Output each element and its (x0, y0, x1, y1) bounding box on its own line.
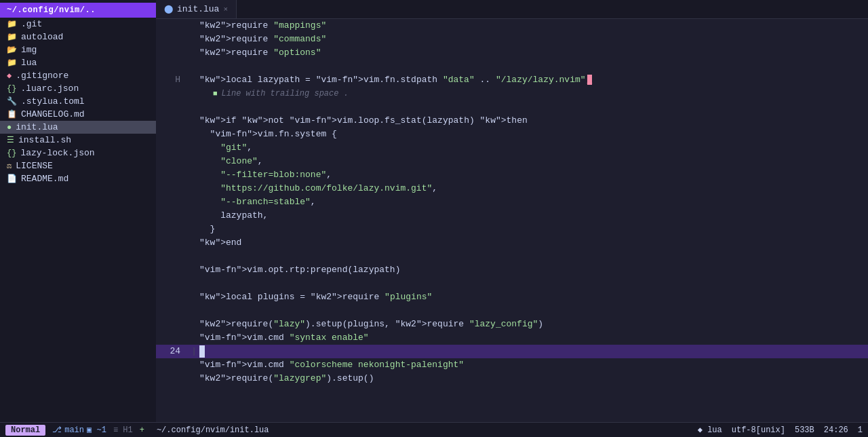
trailing-space-annotation: ■Line with trailing space . (213, 87, 857, 100)
line-content-2: "kw2">require "commands" (199, 33, 868, 46)
code-content: "kw2">require "mappings""kw2">require "c… (156, 19, 868, 422)
code-line-17 (156, 250, 868, 263)
luarc-icon: {} (7, 84, 16, 94)
tab-close-button[interactable]: × (223, 5, 228, 14)
tab-file-icon: ⬤ (164, 4, 173, 14)
stylua-icon: 🔧 (7, 96, 17, 107)
status-encoding: utf-8[unix] (732, 425, 785, 435)
code-line-10: "clone", (156, 155, 868, 168)
text-cursor (199, 345, 205, 358)
line-content-18: "vim-fn">vim.opt.rtp:prepend(lazypath) (199, 263, 868, 277)
tab-filename: init.lua (177, 4, 219, 14)
line-content-25: "vim-fn">vim.cmd "colorscheme nekonight-… (199, 358, 868, 372)
sidebar-item-gitignore[interactable]: ◆.gitignore (0, 69, 156, 82)
changelog-icon: 📋 (7, 109, 17, 119)
initlua-icon: ● (7, 123, 12, 132)
status-git: ⎇ main ▣ ~1 (52, 425, 106, 435)
luarc-label: .luarc.json (20, 83, 79, 94)
code-line-13: "--branch=stable", (156, 195, 868, 209)
git-box-icon: ▣ (87, 425, 92, 435)
status-scroll: 1 (858, 425, 863, 435)
status-filepath: ~/.config/nvim/init.lua (157, 425, 269, 435)
sidebar-item-installsh[interactable]: ☰install.sh (0, 134, 156, 147)
line-number-24: 24 (156, 345, 189, 358)
code-line-22: "kw2">require("lazy").setup(plugins, "kw… (156, 318, 868, 331)
line-content-13: "--branch=stable", (199, 195, 868, 209)
status-bar: Normal ⎇ main ▣ ~1 ≡ H1 + ~/.config/nvim… (0, 422, 868, 437)
changelog-label: CHANGELOG.md (21, 109, 85, 119)
code-line-5: H"kw">local lazypath = "vim-fn">vim.fn.s… (156, 73, 868, 100)
line-content-3: "kw2">require "options" (199, 46, 868, 60)
code-editor[interactable]: "kw2">require "mappings""kw2">require "c… (156, 19, 868, 422)
line-content-10: "clone", (199, 155, 868, 168)
code-line-6 (156, 100, 868, 114)
autoload-icon: 📁 (7, 32, 17, 42)
code-line-14: lazypath, (156, 209, 868, 223)
code-line-1: "kw2">require "mappings" (156, 19, 868, 33)
git-label: .git (21, 19, 42, 29)
status-plus: + (140, 425, 144, 435)
trailing-space-indicator: _ (587, 75, 593, 85)
sidebar-item-img[interactable]: 📂img (0, 43, 156, 56)
sidebar-item-readmemd[interactable]: 📄README.md (0, 172, 156, 185)
code-line-2: "kw2">require "commands" (156, 33, 868, 46)
sidebar-item-lua[interactable]: 📁lua (0, 56, 156, 69)
tab-bar: ⬤ init.lua × (156, 0, 868, 19)
sidebar-item-stylua[interactable]: 🔧.stylua.toml (0, 95, 156, 108)
code-line-3: "kw2">require "options" (156, 46, 868, 60)
readmemd-label: README.md (21, 174, 68, 184)
line-content-15: } (199, 223, 868, 236)
lua-label: lua (21, 58, 37, 68)
code-line-7: "kw">if "kw">not "vim-fn">vim.loop.fs_st… (156, 114, 868, 128)
status-position: 24:26 (824, 425, 848, 435)
code-line-25: "vim-fn">vim.cmd "colorscheme nekonight-… (156, 358, 868, 372)
line-content-12: "https://github.com/folke/lazy.nvim.git"… (199, 182, 868, 195)
line-content-1: "kw2">require "mappings" (199, 19, 868, 33)
line-content-14: lazypath, (199, 209, 868, 223)
sidebar-item-luarc[interactable]: {}.luarc.json (0, 82, 156, 95)
line-number-5: H (156, 73, 189, 87)
license-icon: ⚖ (7, 161, 12, 171)
line-content-5: "kw">local lazypath = "vim-fn">vim.fn.st… (199, 73, 868, 100)
tab-init-lua[interactable]: ⬤ init.lua × (156, 0, 237, 18)
trailing-dot-icon: ■ (213, 87, 218, 100)
status-filesize: 533B (795, 425, 814, 435)
git-changes: ▣ ~1 (87, 425, 106, 435)
sidebar-item-changelog[interactable]: 📋CHANGELOG.md (0, 108, 156, 121)
code-line-4 (156, 60, 868, 73)
installsh-label: install.sh (18, 135, 71, 145)
gitignore-label: .gitignore (16, 71, 68, 81)
initlua-label: init.lua (16, 122, 58, 132)
sidebar-item-git[interactable]: 📁.git (0, 18, 156, 31)
line-content-11: "--filter=blob:none", (199, 168, 868, 182)
code-line-20: "kw">local plugins = "kw2">require "plug… (156, 290, 868, 304)
git-icon: 📁 (7, 19, 17, 29)
heading-icon: ≡ (113, 425, 118, 435)
sidebar-item-license[interactable]: ⚖LICENSE (0, 159, 156, 172)
code-line-12: "https://github.com/folke/lazy.nvim.git"… (156, 182, 868, 195)
code-line-18: "vim-fn">vim.opt.rtp:prepend(lazypath) (156, 263, 868, 277)
status-mode: Normal (5, 425, 45, 436)
lang-icon: ◆ (698, 425, 703, 435)
sidebar-items: 📁.git📁autoload📂img📁lua◆.gitignore{}.luar… (0, 18, 156, 185)
code-line-11: "--filter=blob:none", (156, 168, 868, 182)
sidebar-item-lazylockjson[interactable]: {}lazy-lock.json (0, 147, 156, 159)
sidebar-item-initlua[interactable]: ●init.lua (0, 121, 156, 134)
code-line-15: } (156, 223, 868, 236)
sidebar-item-autoload[interactable]: 📁autoload (0, 31, 156, 43)
code-line-26: "kw2">require("lazygrep").setup() (156, 372, 868, 385)
line-content-24 (199, 345, 868, 358)
lua-icon: 📁 (7, 58, 17, 68)
code-line-24: 24| (156, 345, 868, 358)
code-line-16: "kw">end (156, 236, 868, 250)
installsh-icon: ☰ (7, 135, 14, 145)
lazylockjson-icon: {} (7, 149, 16, 158)
img-icon: 📂 (7, 45, 17, 55)
git-branch-name: main (64, 425, 84, 435)
line-content-9: "git", (199, 141, 868, 155)
line-content-7: "kw">if "kw">not "vim-fn">vim.loop.fs_st… (199, 114, 868, 128)
code-line-23: "vim-fn">vim.cmd "syntax enable" (156, 331, 868, 345)
lazylockjson-label: lazy-lock.json (20, 148, 94, 158)
main-area: ~/.config/nvim/.. 📁.git📁autoload📂img📁lua… (0, 0, 868, 422)
line-content-23: "vim-fn">vim.cmd "syntax enable" (199, 331, 868, 345)
